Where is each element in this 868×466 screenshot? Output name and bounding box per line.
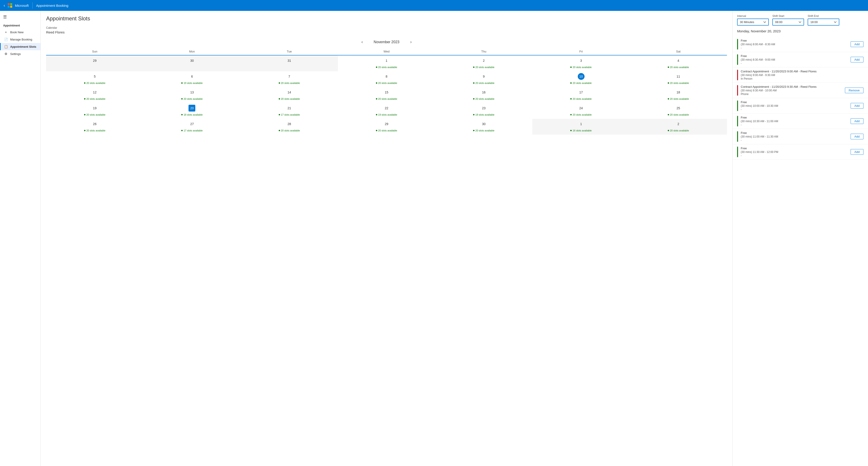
cal-cell-week3-day0[interactable]: 1920 slots available: [46, 103, 143, 119]
cal-slots-label: 18 slots available: [144, 113, 240, 116]
interval-select[interactable]: 30 Minutes 15 Minutes 60 Minutes: [737, 19, 769, 26]
slot-time: (30 mins) 9:00 AM - 9:30 AM: [741, 74, 864, 77]
slot-note: -: [741, 123, 848, 126]
cal-day-num: 31: [286, 57, 293, 64]
cal-cell-week0-day3[interactable]: 120 slots available: [338, 55, 435, 71]
cal-cell-week3-day4[interactable]: 2318 slots available: [435, 103, 532, 119]
slot-actions: Add: [850, 131, 864, 142]
sidebar-item-manage-booking[interactable]: 📄 Manage Booking: [0, 36, 40, 43]
cal-cell-week1-day0[interactable]: 520 slots available: [46, 71, 143, 87]
cal-cell-week2-day0[interactable]: 1220 slots available: [46, 87, 143, 103]
cal-dot: [473, 114, 474, 115]
add-slot-button[interactable]: Add: [850, 103, 864, 109]
cal-slots-label: 20 slots available: [533, 66, 629, 68]
sidebar-item-book-new[interactable]: + Book New: [0, 29, 40, 36]
cal-cell-week0-day0[interactable]: 29: [46, 55, 143, 71]
cal-slots-label: 20 slots available: [47, 129, 143, 132]
slot-time: (30 mins) 11:00 AM - 11:30 AM: [741, 135, 848, 138]
slot-content: Free (30 mins) 10:00 AM - 10:30 AM -: [741, 100, 848, 111]
slot-actions: Add: [850, 100, 864, 111]
cal-cell-week2-day1[interactable]: 1320 slots available: [143, 87, 241, 103]
cal-cell-week1-day6[interactable]: 1120 slots available: [630, 71, 727, 87]
cal-day-num: 14: [286, 89, 293, 96]
shift-start-select[interactable]: 08:00 06:00 07:00 09:00: [772, 19, 804, 26]
cal-day-num: 29: [91, 57, 98, 64]
slot-note: Phone: [741, 92, 842, 96]
cal-day-num: 19: [91, 105, 98, 112]
back-button[interactable]: ‹: [4, 3, 5, 8]
cal-day-num: 20: [188, 105, 195, 112]
add-slot-button[interactable]: Add: [850, 118, 864, 124]
cal-cell-week2-day3[interactable]: 1520 slots available: [338, 87, 435, 103]
cal-day-num: 28: [286, 121, 293, 127]
cal-cell-week4-day4[interactable]: 3020 slots available: [435, 119, 532, 135]
slot-title: Free: [741, 54, 848, 58]
cal-dot: [473, 98, 474, 99]
slot-content: Free (30 mins) 10:30 AM - 11:00 AM -: [741, 116, 848, 126]
cal-cell-week4-day0[interactable]: 2620 slots available: [46, 119, 143, 135]
add-slot-button[interactable]: Add: [850, 57, 864, 62]
cal-cell-week1-day2[interactable]: 720 slots available: [241, 71, 338, 87]
slot-time: (30 mins) 8:30 AM - 9:00 AM: [741, 58, 848, 61]
cal-cell-week0-day1[interactable]: 30: [143, 55, 241, 71]
calendar-month-title: November 2023: [374, 40, 399, 44]
cal-cell-week0-day6[interactable]: 420 slots available: [630, 55, 727, 71]
slot-actions: Add: [850, 147, 864, 157]
cal-cell-week4-day1[interactable]: 2717 slots available: [143, 119, 241, 135]
cal-cell-week0-day4[interactable]: 220 slots available: [435, 55, 532, 71]
topbar-title: Appointment Booking: [36, 4, 68, 7]
cal-cell-week3-day5[interactable]: 2420 slots available: [532, 103, 629, 119]
cal-cell-week3-day1[interactable]: 2018 slots available: [143, 103, 241, 119]
cal-cell-week2-day5[interactable]: 1720 slots available: [532, 87, 629, 103]
cal-cell-week3-day3[interactable]: 2219 slots available: [338, 103, 435, 119]
slot-note: -: [741, 108, 848, 111]
slot-time: (30 mins) 8:00 AM - 8:30 AM: [741, 43, 848, 46]
shift-end-select[interactable]: 18:00 16:00 17:00 19:00: [808, 19, 839, 26]
slot-title: Contract Appointment - 11/20/2023 9:30 A…: [741, 85, 842, 88]
cal-slots-label: 20 slots available: [339, 82, 434, 84]
cal-slots-label: 20 slots available: [144, 97, 240, 100]
add-slot-button[interactable]: Add: [850, 134, 864, 139]
slot-actions: Add: [850, 54, 864, 65]
cal-slots-label: 20 slots available: [339, 97, 434, 100]
cal-slots-label: 16 slots available: [533, 129, 629, 132]
cal-cell-week1-day1[interactable]: 619 slots available: [143, 71, 241, 87]
cal-cell-week1-day5[interactable]: 1020 slots available: [532, 71, 629, 87]
cal-day-num: 29: [383, 121, 390, 127]
cal-weekday-sat: Sat: [630, 48, 727, 55]
add-slot-button[interactable]: Add: [850, 41, 864, 47]
cal-cell-week3-day6[interactable]: 2520 slots available: [630, 103, 727, 119]
next-month-button[interactable]: ›: [408, 39, 413, 45]
slot-title: Free: [741, 147, 848, 150]
sidebar-item-settings[interactable]: ⚙ Settings: [0, 50, 40, 57]
cal-cell-week3-day2[interactable]: 2117 slots available: [241, 103, 338, 119]
slot-content: Free (30 mins) 11:30 AM - 12:00 PM -: [741, 147, 848, 157]
cal-cell-week4-day6[interactable]: 220 slots available: [630, 119, 727, 135]
slot-note: -: [741, 154, 848, 157]
cal-cell-week1-day4[interactable]: 920 slots available: [435, 71, 532, 87]
cal-day-num: 6: [188, 73, 195, 80]
cal-cell-week1-day3[interactable]: 820 slots available: [338, 71, 435, 87]
cal-slots-label: 20 slots available: [47, 113, 143, 116]
hamburger-menu[interactable]: ☰: [0, 13, 40, 21]
cal-cell-week4-day2[interactable]: 2820 slots available: [241, 119, 338, 135]
slot-time: (30 mins) 10:00 AM - 10:30 AM: [741, 104, 848, 108]
cal-cell-week2-day2[interactable]: 1420 slots available: [241, 87, 338, 103]
slot-item: Free (30 mins) 11:00 AM - 11:30 AM - Add: [733, 129, 868, 144]
remove-slot-button[interactable]: Remove: [845, 88, 864, 93]
page-title: Appointment Slots: [46, 16, 727, 22]
cal-cell-week2-day6[interactable]: 1820 slots available: [630, 87, 727, 103]
cal-dot: [570, 130, 572, 131]
topbar: ‹ Microsoft Appointment Booking: [0, 0, 868, 11]
add-slot-button[interactable]: Add: [850, 149, 864, 155]
sidebar-item-appointment-slots[interactable]: 📋 Appointment Slots: [0, 43, 40, 50]
prev-month-button[interactable]: ‹: [360, 39, 365, 45]
cal-cell-week0-day2[interactable]: 31: [241, 55, 338, 71]
cal-cell-week4-day5[interactable]: 116 slots available: [532, 119, 629, 135]
cal-dot: [279, 130, 280, 131]
cal-cell-week2-day4[interactable]: 1620 slots available: [435, 87, 532, 103]
cal-slots-label: 20 slots available: [436, 97, 531, 100]
cal-day-num: 7: [286, 73, 293, 80]
cal-cell-week0-day5[interactable]: 320 slots available: [532, 55, 629, 71]
cal-cell-week4-day3[interactable]: 2920 slots available: [338, 119, 435, 135]
